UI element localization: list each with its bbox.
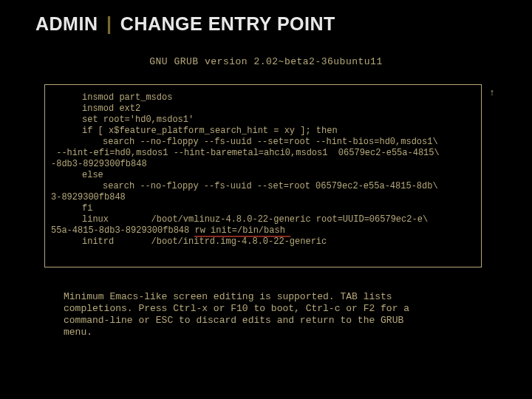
scroll-up-arrow-icon[interactable]: ↑ [489,87,495,98]
grub-editor-pane[interactable]: insmod part_msdosinsmod ext2set root='hd… [44,84,482,267]
editor-line-text: search --no-floppy --fs-uuid --set=root … [103,137,438,147]
grub-version-label: GNU GRUB version 2.02~beta2-36ubuntu11 [0,56,532,67]
editor-line[interactable]: -8db3-8929300fb848 [51,159,475,170]
heading-title: CHANGE ENTRY POINT [120,13,335,34]
editor-line[interactable]: else [51,170,475,181]
heading-separator: | [103,13,115,34]
editor-line-text: -8db3-8929300fb848 [51,159,147,169]
editor-line-text: 3-8929300fb848 [51,192,126,202]
editor-line-text: insmod ext2 [82,103,140,114]
editor-line-text: if [ x$feature_platform_search_hint = xy… [82,126,338,136]
editor-line-text: linux /boot/vmlinuz-4.8.0-22-generic roo… [82,214,428,225]
editor-line[interactable]: 55a-4815-8db3-8929300fb848 rw init=/bin/… [51,225,475,236]
editor-line-text: --hint-efi=hd0,msdos1 --hint-baremetal=a… [51,148,440,158]
heading-prefix: ADMIN [35,13,98,34]
red-underline-icon [194,236,290,237]
editor-line-text: else [82,170,103,180]
highlighted-kernel-params: rw init=/bin/bash [194,225,290,236]
editor-line[interactable]: set root='hd0,msdos1' [51,115,475,126]
editor-line[interactable]: fi [51,203,475,214]
grub-help-text: Minimum Emacs-like screen editing is sup… [64,291,463,338]
editor-line[interactable]: search --no-floppy --fs-uuid --set=root … [51,137,475,148]
editor-line-text: set root='hd0,msdos1' [82,115,194,125]
editor-line[interactable]: linux /boot/vmlinuz-4.8.0-22-generic roo… [51,214,475,225]
editor-line[interactable]: insmod ext2 [51,103,475,115]
editor-line-text: insmod part_msdos [82,92,172,103]
editor-line[interactable]: if [ x$feature_platform_search_hint = xy… [51,126,475,137]
editor-line[interactable]: --hint-efi=hd0,msdos1 --hint-baremetal=a… [51,148,475,159]
editor-line[interactable]: 3-8929300fb848 [51,192,475,203]
editor-line-text: 55a-4815-8db3-8929300fb848 [51,225,194,236]
editor-line[interactable]: initrd /boot/initrd.img-4.8.0-22-generic [51,236,475,248]
editor-line[interactable]: search --no-floppy --fs-uuid --set=root … [51,181,475,192]
editor-line[interactable]: insmod part_msdos [51,92,475,103]
editor-line-text: search --no-floppy --fs-uuid --set=root … [103,181,438,191]
editor-line-text: fi [82,203,92,214]
editor-line-text: initrd /boot/initrd.img-4.8.0-22-generic [82,236,327,247]
page-heading: ADMIN | CHANGE ENTRY POINT [35,13,335,35]
